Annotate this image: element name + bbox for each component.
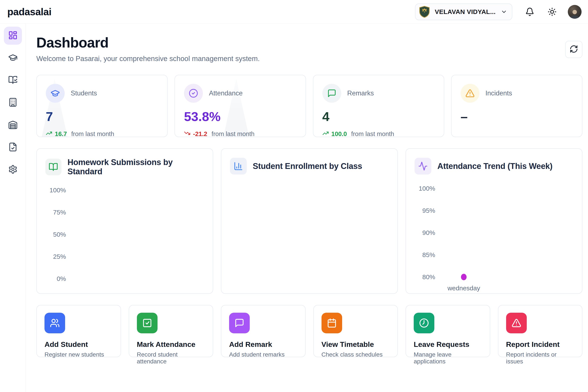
chart-plot-area — [230, 182, 389, 289]
quick-action-subtitle: Check class schedules — [322, 351, 390, 358]
quick-action-title: Add Remark — [229, 340, 298, 348]
quick-action-add-student[interactable]: Add Student Register new students — [36, 305, 121, 357]
stat-label: Incidents — [486, 90, 512, 97]
quick-action-title: View Timetable — [322, 340, 390, 348]
chart-title: Homework Submissions by Standard — [68, 158, 204, 176]
user-avatar[interactable] — [568, 5, 582, 19]
topbar: padasalai VELAVAN VIDYAL... — [0, 0, 588, 24]
layout-shell: Dashboard Welcome to Pasarai, your compr… — [0, 24, 588, 392]
y-axis-tick: 80% — [414, 273, 435, 281]
chart-card-student-enrollment: Student Enrollment by Class — [221, 148, 398, 294]
stat-card-attendance: Attendance 53.8% -21.2 from last month — [174, 75, 306, 137]
activity-icon — [414, 158, 431, 174]
main-content: Dashboard Welcome to Pasarai, your compr… — [26, 24, 588, 392]
circle-check-icon — [184, 84, 203, 103]
quick-action-title: Mark Attendance — [137, 340, 205, 348]
sidebar-item-homework[interactable] — [4, 71, 22, 90]
graduation-cap-icon — [8, 53, 18, 63]
charts-row: Homework Submissions by Standard 100% 75… — [36, 148, 582, 294]
alert-triangle-icon — [506, 313, 527, 333]
stat-trend-suffix: from last month — [71, 130, 114, 137]
building-icon — [8, 98, 18, 108]
chart-title: Attendance Trend (This Week) — [437, 162, 552, 171]
y-axis-tick: 25% — [45, 253, 66, 260]
chart-plot-area: 100% 75% 50% 25% 0% — [45, 184, 204, 291]
quick-action-mark-attendance[interactable]: Mark Attendance Record student attendanc… — [129, 305, 214, 357]
sidebar-item-reports[interactable] — [4, 138, 22, 156]
file-check-icon — [8, 142, 18, 152]
x-axis-tick: wednesday — [448, 284, 480, 292]
quick-action-view-timetable[interactable]: View Timetable Check class schedules — [313, 305, 398, 357]
sun-icon[interactable] — [548, 7, 556, 16]
y-axis-tick: 100% — [414, 185, 435, 192]
warehouse-icon — [8, 120, 18, 130]
chart-card-homework-submissions: Homework Submissions by Standard 100% 75… — [36, 148, 213, 294]
stat-value: – — [460, 109, 573, 124]
stat-card-students: Students 7 16.7 from last month — [36, 75, 168, 137]
sidebar-item-dashboard[interactable] — [4, 27, 22, 45]
y-axis-tick: 100% — [45, 186, 66, 194]
trending-up-icon — [46, 130, 52, 137]
message-square-icon — [322, 84, 341, 103]
sidebar-item-school[interactable] — [4, 94, 22, 112]
quick-actions-row: Add Student Register new students Mark A… — [36, 305, 582, 357]
clock-icon — [414, 313, 434, 333]
stat-card-remarks: Remarks 4 100.0 from last month — [313, 75, 444, 137]
trending-down-icon — [184, 130, 190, 137]
bell-icon[interactable] — [525, 7, 534, 16]
sidebar-item-settings[interactable] — [4, 161, 22, 179]
calendar-icon — [322, 313, 342, 333]
quick-action-add-remark[interactable]: Add Remark Add student remarks — [221, 305, 306, 357]
stat-trend-value: -21.2 — [193, 130, 207, 137]
stat-label: Attendance — [209, 90, 243, 97]
page-subtitle: Welcome to Pasarai, your comprehensive s… — [36, 54, 260, 63]
school-selector-dropdown[interactable]: VELAVAN VIDYAL... — [415, 4, 512, 20]
stat-card-incidents: Incidents – — [451, 75, 582, 137]
quick-action-title: Report Incident — [506, 340, 574, 348]
stat-value: 7 — [46, 109, 158, 124]
stats-row: Students 7 16.7 from last month — [36, 75, 582, 137]
square-check-icon — [137, 313, 158, 333]
stat-value: 53.8% — [184, 109, 296, 124]
chart-title: Student Enrollment by Class — [253, 162, 362, 171]
quick-action-subtitle: Record student attendance — [137, 351, 205, 365]
data-point-wednesday — [461, 274, 466, 280]
chevron-down-icon — [501, 8, 507, 15]
sidebar-item-students[interactable] — [4, 49, 22, 67]
page-title: Dashboard — [36, 34, 260, 51]
quick-action-subtitle: Report incidents or issues — [506, 351, 574, 365]
y-axis-tick: 75% — [45, 209, 66, 216]
stat-label: Remarks — [347, 90, 374, 97]
quick-action-subtitle: Register new students — [44, 351, 113, 358]
topbar-actions: VELAVAN VIDYAL... — [415, 4, 582, 20]
alert-triangle-icon — [460, 84, 480, 103]
refresh-button[interactable] — [565, 41, 582, 58]
school-crest-icon — [418, 5, 431, 18]
chart-card-attendance-trend: Attendance Trend (This Week) 100% 95% 90… — [406, 148, 582, 294]
stat-trend-suffix: from last month — [212, 130, 254, 137]
quick-action-report-incident[interactable]: Report Incident Report incidents or issu… — [498, 305, 583, 357]
dashboard-grid-icon — [8, 30, 18, 41]
quick-action-title: Leave Requests — [414, 340, 482, 348]
y-axis-tick: 95% — [414, 207, 435, 214]
stat-trend-value: 100.0 — [332, 130, 347, 137]
trending-up-icon — [322, 130, 329, 137]
page-header: Dashboard Welcome to Pasarai, your compr… — [36, 34, 582, 63]
message-square-icon — [229, 313, 250, 333]
quick-action-title: Add Student — [44, 340, 113, 348]
quick-action-subtitle: Manage leave applications — [414, 351, 482, 365]
book-open-icon — [45, 158, 62, 175]
stat-trend-value: 16.7 — [55, 130, 67, 137]
app-logo: padasalai — [7, 6, 51, 18]
book-open-check-icon — [8, 75, 18, 86]
stat-label: Students — [71, 90, 97, 97]
sidebar-nav — [0, 24, 26, 392]
chart-plot-area: 100% 95% 90% 85% 80% wednesday — [414, 182, 574, 289]
sidebar-item-library[interactable] — [4, 116, 22, 134]
stat-value: 4 — [322, 109, 435, 124]
quick-action-leave-requests[interactable]: Leave Requests Manage leave applications — [406, 305, 490, 357]
school-selector-label: VELAVAN VIDYAL... — [435, 8, 496, 16]
y-axis-tick: 50% — [45, 231, 66, 238]
refresh-icon — [570, 45, 578, 54]
y-axis-tick: 90% — [414, 229, 435, 236]
